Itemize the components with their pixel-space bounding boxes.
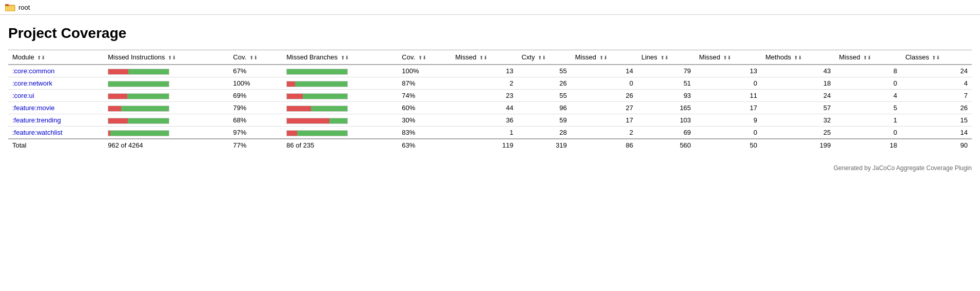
cell-cov-instr: 97% bbox=[229, 127, 282, 139]
table-row: :feature:watchlist97%83%128269025014 bbox=[8, 127, 972, 139]
total-missed-cxty: 119 bbox=[451, 139, 517, 151]
table-row: :feature:movie79%60%4496271651757526 bbox=[8, 102, 972, 114]
cell-methods: 25 bbox=[761, 127, 835, 139]
bar-green-segment bbox=[127, 94, 169, 99]
cell-module: :feature:movie bbox=[8, 102, 104, 114]
bar-green-segment bbox=[108, 81, 169, 87]
cell-missed-methods: 0 bbox=[695, 127, 761, 139]
cell-cxty: 55 bbox=[517, 90, 571, 102]
page-title: Project Coverage bbox=[8, 25, 972, 41]
sort-icon-missed-instr: ⬆⬇ bbox=[168, 55, 176, 60]
coverage-bar bbox=[108, 130, 169, 136]
footer: Generated by JaCoCo Aggregate Coverage P… bbox=[0, 156, 980, 180]
footer-link[interactable]: JaCoCo Aggregate Coverage Plugin bbox=[873, 164, 972, 172]
bar-red-segment bbox=[287, 131, 297, 136]
sort-icon-module: ⬆⬇ bbox=[37, 55, 45, 60]
bar-red-segment bbox=[108, 106, 121, 111]
bar-green-segment bbox=[128, 69, 169, 74]
bar-red-segment bbox=[287, 106, 311, 111]
table-row: :core:network100%87%22605101804 bbox=[8, 77, 972, 90]
coverage-bar bbox=[286, 69, 348, 75]
col-lines[interactable]: Lines ⬆⬇ bbox=[637, 50, 695, 65]
sort-icon-methods: ⬆⬇ bbox=[794, 55, 802, 60]
cell-instr-bar bbox=[104, 90, 229, 102]
cell-module: :feature:watchlist bbox=[8, 127, 104, 139]
bar-red-segment bbox=[287, 94, 303, 99]
module-link[interactable]: :feature:trending bbox=[12, 116, 61, 124]
cell-lines: 103 bbox=[637, 114, 695, 127]
total-label: Total bbox=[8, 139, 104, 151]
bar-green-segment bbox=[295, 81, 348, 87]
cell-classes: 24 bbox=[901, 65, 972, 77]
cell-branch-bar bbox=[282, 90, 398, 102]
total-missed-instr: 962 of 4264 bbox=[104, 139, 229, 151]
cell-cxty: 96 bbox=[517, 102, 571, 114]
cell-cov-instr: 100% bbox=[229, 77, 282, 90]
cell-lines: 93 bbox=[637, 90, 695, 102]
cell-cov-branch: 60% bbox=[398, 102, 451, 114]
cell-cxty: 59 bbox=[517, 114, 571, 127]
col-missed-instructions[interactable]: Missed Instructions ⬆⬇ bbox=[104, 50, 229, 65]
col-module[interactable]: Module ⬆⬇ bbox=[8, 50, 104, 65]
total-missed-branches: 86 of 235 bbox=[282, 139, 398, 151]
cell-module: :feature:trending bbox=[8, 114, 104, 127]
cell-missed-classes: 0 bbox=[835, 77, 901, 90]
coverage-bar bbox=[286, 106, 348, 112]
col-classes[interactable]: Classes ⬆⬇ bbox=[901, 50, 972, 65]
col-missed-lines[interactable]: Missed ⬆⬇ bbox=[571, 50, 637, 65]
col-missed-branches[interactable]: Missed Branches ⬆⬇ bbox=[282, 50, 398, 65]
bar-green-segment bbox=[121, 106, 169, 111]
col-missed-methods[interactable]: Missed ⬆⬇ bbox=[695, 50, 761, 65]
col-cov-branch[interactable]: Cov. ⬆⬇ bbox=[398, 50, 451, 65]
module-link[interactable]: :feature:watchlist bbox=[12, 129, 63, 136]
module-link[interactable]: :core:common bbox=[12, 67, 54, 75]
cell-methods: 18 bbox=[761, 77, 835, 90]
cell-classes: 15 bbox=[901, 114, 972, 127]
cell-lines: 165 bbox=[637, 102, 695, 114]
cell-branch-bar bbox=[282, 77, 398, 90]
total-missed-methods: 50 bbox=[695, 139, 761, 151]
cell-missed-cxty: 13 bbox=[451, 65, 517, 77]
module-link[interactable]: :core:network bbox=[12, 79, 52, 87]
bar-green-segment bbox=[110, 131, 169, 136]
cell-branch-bar bbox=[282, 114, 398, 127]
sort-icon-missed-methods: ⬆⬇ bbox=[723, 55, 731, 60]
cell-missed-cxty: 44 bbox=[451, 102, 517, 114]
cell-missed-methods: 13 bbox=[695, 65, 761, 77]
col-missed-classes[interactable]: Missed ⬆⬇ bbox=[835, 50, 901, 65]
cell-missed-cxty: 1 bbox=[451, 127, 517, 139]
total-missed-classes: 18 bbox=[835, 139, 901, 151]
cell-cov-branch: 87% bbox=[398, 77, 451, 90]
svg-rect-3 bbox=[6, 6, 14, 11]
module-link[interactable]: :feature:movie bbox=[12, 104, 54, 112]
col-cov-instr[interactable]: Cov. ⬆⬇ bbox=[229, 50, 282, 65]
col-missed-cxty[interactable]: Missed ⬆⬇ bbox=[451, 50, 517, 65]
coverage-bar bbox=[286, 118, 348, 124]
bar-green-segment bbox=[303, 94, 347, 99]
cell-missed-methods: 0 bbox=[695, 77, 761, 90]
cell-missed-classes: 4 bbox=[835, 90, 901, 102]
cell-module: :core:network bbox=[8, 77, 104, 90]
cell-cxty: 55 bbox=[517, 65, 571, 77]
bar-red-segment bbox=[287, 118, 329, 123]
cell-missed-classes: 5 bbox=[835, 102, 901, 114]
total-cov-branch: 63% bbox=[398, 139, 451, 151]
bar-green-segment bbox=[297, 131, 347, 136]
header-bar: root bbox=[0, 0, 980, 15]
header-root-label: root bbox=[18, 4, 30, 11]
cell-cov-branch: 100% bbox=[398, 65, 451, 77]
col-methods[interactable]: Methods ⬆⬇ bbox=[761, 50, 835, 65]
cell-cov-branch: 74% bbox=[398, 90, 451, 102]
cell-cov-branch: 30% bbox=[398, 114, 451, 127]
cell-lines: 79 bbox=[637, 65, 695, 77]
module-link[interactable]: :core:ui bbox=[12, 92, 34, 99]
coverage-bar bbox=[286, 130, 348, 136]
coverage-bar bbox=[286, 93, 348, 99]
col-cxty[interactable]: Cxty ⬆⬇ bbox=[517, 50, 571, 65]
cell-instr-bar bbox=[104, 77, 229, 90]
sort-icon-cov-branch: ⬆⬇ bbox=[418, 55, 426, 60]
cell-missed-cxty: 23 bbox=[451, 90, 517, 102]
coverage-table: Module ⬆⬇ Missed Instructions ⬆⬇ Cov. ⬆⬇… bbox=[8, 50, 972, 151]
bar-red-segment bbox=[108, 94, 127, 99]
coverage-bar bbox=[108, 93, 169, 99]
